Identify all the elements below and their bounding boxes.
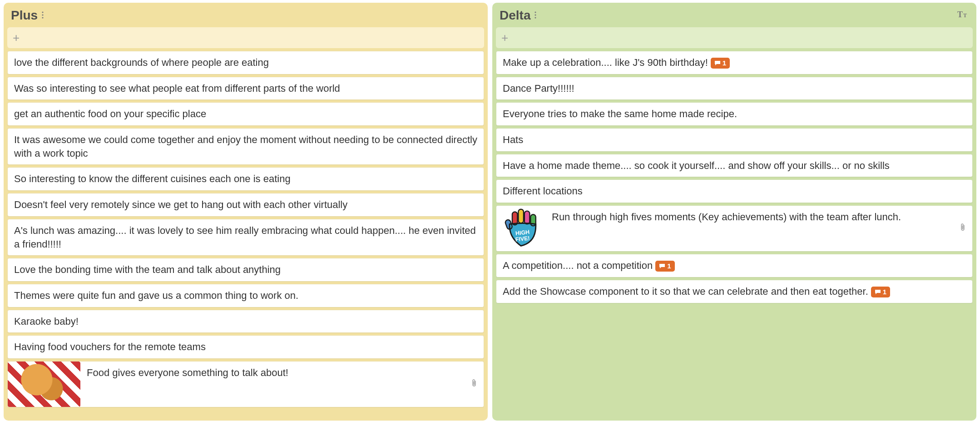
card[interactable]: Different locations bbox=[496, 179, 973, 203]
card-text-content: Add the Showcase component to it so that… bbox=[503, 286, 868, 297]
card-text-content: Themes were quite fun and gave us a comm… bbox=[14, 290, 298, 301]
card-text-content: Have a home made theme.... so cook it yo… bbox=[503, 160, 890, 171]
card-text: Having food vouchers for the remote team… bbox=[14, 340, 477, 354]
column-delta: DeltaTT+Make up a celebration.... like J… bbox=[492, 3, 976, 421]
card-text: love the different backgrounds of where … bbox=[14, 56, 477, 69]
card-text: Love the bonding time with the team and … bbox=[14, 263, 477, 277]
column-menu-icon[interactable] bbox=[41, 11, 44, 20]
card-thumbnail-high-five: HIGH FIVE! bbox=[500, 206, 545, 251]
card-text: get an authentic food on your specific p… bbox=[14, 107, 477, 121]
add-card-button[interactable]: + bbox=[496, 27, 973, 48]
card[interactable]: get an authentic food on your specific p… bbox=[7, 102, 484, 126]
svg-text:T: T bbox=[963, 12, 967, 19]
card-text: Have a home made theme.... so cook it yo… bbox=[503, 159, 966, 173]
card[interactable]: Was so interesting to see what people ea… bbox=[7, 77, 484, 100]
attachment-icon[interactable] bbox=[960, 223, 966, 233]
card[interactable]: love the different backgrounds of where … bbox=[7, 51, 484, 74]
card[interactable]: A competition.... not a competition1 bbox=[496, 254, 973, 277]
card[interactable]: Doesn't feel very remotely since we get … bbox=[7, 193, 484, 217]
card-text: Make up a celebration.... like J's 90th … bbox=[503, 56, 966, 69]
column-title[interactable]: Plus bbox=[11, 8, 38, 23]
svg-rect-9 bbox=[525, 211, 530, 224]
column-menu-icon[interactable] bbox=[534, 11, 537, 20]
card-text: So interesting to know the different cui… bbox=[14, 172, 477, 186]
card[interactable]: HIGH FIVE! Run through high fives moment… bbox=[496, 205, 973, 252]
card-text-content: Run through high fives moments (Key achi… bbox=[552, 211, 901, 223]
card[interactable]: So interesting to know the different cui… bbox=[7, 167, 484, 191]
card-text: Everyone tries to make the same home mad… bbox=[503, 107, 966, 121]
card-list: Make up a celebration.... like J's 90th … bbox=[495, 51, 974, 303]
column-header: Plus bbox=[6, 5, 485, 27]
plus-icon: + bbox=[501, 32, 508, 44]
column-header: DeltaTT bbox=[495, 5, 974, 27]
card-text: Hats bbox=[503, 133, 966, 147]
svg-point-1 bbox=[42, 14, 44, 15]
svg-point-3 bbox=[535, 11, 536, 13]
card-text-content: Was so interesting to see what people ea… bbox=[14, 83, 340, 94]
card-text: Karaoke baby! bbox=[14, 315, 477, 328]
card[interactable]: Love the bonding time with the team and … bbox=[7, 258, 484, 282]
card-text: Run through high fives moments (Key achi… bbox=[552, 210, 953, 224]
card-text-content: Karaoke baby! bbox=[14, 316, 79, 327]
card-text: A competition.... not a competition1 bbox=[503, 259, 966, 272]
svg-point-5 bbox=[535, 17, 536, 18]
card-list: love the different backgrounds of where … bbox=[6, 51, 485, 407]
card-text-content: Food gives everyone something to talk ab… bbox=[87, 367, 288, 378]
card-text-content: Love the bonding time with the team and … bbox=[14, 264, 281, 275]
card[interactable]: Having food vouchers for the remote team… bbox=[7, 335, 484, 359]
card-text-content: A's lunch was amazing.... it was lovely … bbox=[14, 225, 476, 250]
card[interactable]: Add the Showcase component to it so that… bbox=[496, 280, 973, 303]
card-text-content: get an authentic food on your specific p… bbox=[14, 108, 206, 119]
card[interactable]: Karaoke baby! bbox=[7, 310, 484, 333]
retro-board: Plus+love the different backgrounds of w… bbox=[0, 0, 980, 421]
card[interactable]: Food gives everyone something to talk ab… bbox=[7, 361, 484, 407]
card-text-content: Doesn't feel very remotely since we get … bbox=[14, 199, 347, 210]
card[interactable]: A's lunch was amazing.... it was lovely … bbox=[7, 219, 484, 256]
comment-badge[interactable]: 1 bbox=[871, 287, 890, 297]
card[interactable]: Everyone tries to make the same home mad… bbox=[496, 102, 973, 126]
card-text-content: Dance Party!!!!!! bbox=[503, 83, 574, 94]
plus-icon: + bbox=[13, 32, 20, 44]
comment-count: 1 bbox=[667, 262, 671, 271]
card-text: It was awesome we could come together an… bbox=[14, 133, 477, 160]
card-text-content: It was awesome we could come together an… bbox=[14, 134, 477, 159]
column-title[interactable]: Delta bbox=[500, 8, 530, 23]
card[interactable]: Dance Party!!!!!! bbox=[496, 77, 973, 100]
card-text: Was so interesting to see what people ea… bbox=[14, 82, 477, 95]
card-text-content: Hats bbox=[503, 134, 523, 145]
card-text-content: love the different backgrounds of where … bbox=[14, 57, 269, 68]
card-text-content: Everyone tries to make the same home mad… bbox=[503, 108, 737, 119]
svg-rect-8 bbox=[518, 209, 524, 223]
svg-point-2 bbox=[42, 17, 44, 18]
comment-count: 1 bbox=[723, 59, 726, 68]
card-text-content: Having food vouchers for the remote team… bbox=[14, 341, 206, 352]
card-text-content: So interesting to know the different cui… bbox=[14, 173, 291, 184]
card[interactable]: Make up a celebration.... like J's 90th … bbox=[496, 51, 973, 74]
comment-badge[interactable]: 1 bbox=[711, 58, 730, 69]
card-text-content: Make up a celebration.... like J's 90th … bbox=[503, 57, 708, 68]
text-size-icon[interactable]: TT bbox=[957, 10, 969, 21]
card-text-content: Different locations bbox=[503, 185, 583, 197]
card[interactable]: Themes were quite fun and gave us a comm… bbox=[7, 284, 484, 307]
card-text: Food gives everyone something to talk ab… bbox=[87, 366, 465, 380]
card-text-content: A competition.... not a competition bbox=[503, 260, 653, 271]
add-card-button[interactable]: + bbox=[7, 27, 484, 48]
attachment-icon[interactable] bbox=[471, 379, 477, 389]
card[interactable]: It was awesome we could come together an… bbox=[7, 128, 484, 165]
column-plus: Plus+love the different backgrounds of w… bbox=[4, 3, 488, 421]
card[interactable]: Have a home made theme.... so cook it yo… bbox=[496, 154, 973, 178]
card-text: A's lunch was amazing.... it was lovely … bbox=[14, 224, 477, 251]
comment-badge[interactable]: 1 bbox=[655, 261, 674, 272]
card-text: Themes were quite fun and gave us a comm… bbox=[14, 289, 477, 302]
card[interactable]: Hats bbox=[496, 128, 973, 152]
card-text: Doesn't feel very remotely since we get … bbox=[14, 198, 477, 212]
svg-point-0 bbox=[42, 11, 44, 13]
card-text: Dance Party!!!!!! bbox=[503, 82, 966, 95]
svg-text:T: T bbox=[957, 10, 963, 19]
comment-count: 1 bbox=[883, 287, 886, 297]
card-text: Different locations bbox=[503, 184, 966, 198]
card-thumbnail-food bbox=[8, 362, 80, 407]
card-text: Add the Showcase component to it so that… bbox=[503, 285, 966, 298]
svg-point-4 bbox=[535, 14, 536, 15]
